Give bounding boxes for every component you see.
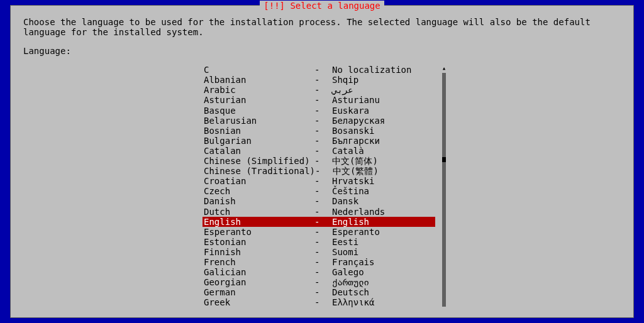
dash-separator: - (314, 156, 332, 166)
language-name: Albanian (203, 75, 314, 85)
language-name: Dutch (203, 207, 314, 217)
dialog-content: Choose the language to be used for the i… (11, 6, 633, 308)
language-name: German (203, 287, 314, 297)
language-row[interactable]: Greek-Ελληνικά (203, 297, 435, 307)
language-row[interactable]: German-Deutsch (203, 287, 435, 297)
language-native: Català (332, 146, 435, 156)
dash-separator: - (314, 217, 332, 227)
dash-separator: - (314, 75, 332, 85)
language-name: Chinese (Traditional) (203, 166, 315, 176)
instruction-text: Choose the language to be used for the i… (23, 17, 621, 37)
dash-separator: - (314, 116, 332, 126)
language-native: Français (332, 257, 435, 267)
language-name: Bulgarian (203, 136, 314, 146)
language-name: French (203, 257, 314, 267)
dash-separator: - (314, 277, 332, 287)
language-name: Belarusian (203, 116, 314, 126)
language-native: Nederlands (332, 207, 435, 217)
language-name: Estonian (203, 237, 314, 247)
dash-separator: - (315, 166, 333, 176)
language-list-area: C-No localizationAlbanian-ShqipArabic-عر… (23, 65, 621, 307)
language-list[interactable]: C-No localizationAlbanian-ShqipArabic-عر… (203, 65, 435, 307)
dash-separator: - (314, 227, 332, 237)
scroll-thumb[interactable] (442, 157, 446, 162)
language-native: Deutsch (332, 287, 435, 297)
language-row[interactable]: C-No localization (203, 65, 435, 75)
language-row[interactable]: Georgian-ქართული (203, 277, 435, 287)
language-row[interactable]: Bosnian-Bosanski (203, 126, 435, 136)
language-name: Basque (203, 106, 314, 116)
language-name: Galician (203, 267, 314, 277)
language-row[interactable]: Galician-Galego (203, 267, 435, 277)
language-native: 中文(简体) (332, 156, 435, 166)
language-native: Shqip (332, 75, 435, 85)
language-row[interactable]: Bulgarian-Български (203, 136, 435, 146)
language-native: Български (332, 136, 435, 146)
language-dialog: [!!] Select a language Choose the langua… (10, 5, 634, 318)
language-native: English (332, 217, 435, 227)
language-native: Eesti (332, 237, 435, 247)
language-row[interactable]: Finnish-Suomi (203, 247, 435, 257)
language-native: Bosanski (332, 126, 435, 136)
language-native: Ελληνικά (332, 297, 435, 307)
language-row[interactable]: Estonian-Eesti (203, 237, 435, 247)
language-native: Suomi (332, 247, 435, 257)
language-native: Dansk (332, 196, 435, 206)
language-row[interactable]: Albanian-Shqip (203, 75, 435, 85)
language-native: Hrvatski (332, 176, 435, 186)
dash-separator: - (314, 106, 332, 116)
dash-separator: - (314, 176, 332, 186)
scrollbar[interactable]: ▴ (441, 65, 447, 307)
language-native: 中文(繁體) (333, 166, 435, 176)
language-row[interactable]: Esperanto-Esperanto (203, 227, 435, 237)
dash-separator: - (314, 186, 332, 196)
language-row[interactable]: Belarusian-Беларуская (203, 116, 435, 126)
dialog-title: [!!] Select a language (260, 1, 384, 11)
language-row[interactable]: Danish-Dansk (203, 196, 435, 206)
language-row[interactable]: Asturian-Asturianu (203, 95, 435, 105)
language-name: Chinese (Simplified) (203, 156, 314, 166)
language-name: C (203, 65, 314, 75)
language-name: Greek (203, 297, 314, 307)
dash-separator: - (314, 65, 332, 75)
scroll-track[interactable] (442, 73, 446, 306)
language-name: Czech (203, 186, 314, 196)
language-row[interactable]: Croatian-Hrvatski (203, 176, 435, 186)
language-native: Esperanto (332, 227, 435, 237)
dash-separator: - (314, 257, 332, 267)
language-row[interactable]: Chinese (Simplified)-中文(简体) (203, 156, 435, 166)
dash-separator: - (314, 207, 332, 217)
dash-separator: - (314, 267, 332, 277)
language-name: Georgian (203, 277, 314, 287)
language-row[interactable]: Dutch-Nederlands (203, 207, 435, 217)
language-native: Asturianu (332, 95, 435, 105)
language-native: Euskara (332, 106, 435, 116)
language-native: ქართული (332, 277, 435, 287)
language-native: Беларуская (332, 116, 435, 126)
scroll-up-arrow-icon[interactable]: ▴ (442, 65, 447, 72)
dash-separator: - (314, 287, 332, 297)
language-name: Esperanto (203, 227, 314, 237)
language-name: Arabic (203, 85, 314, 95)
dash-separator: - (314, 136, 332, 146)
dash-separator: - (314, 237, 332, 247)
language-row[interactable]: Basque-Euskara (203, 106, 435, 116)
language-name: Bosnian (203, 126, 314, 136)
language-row[interactable]: Arabic-عربي (203, 85, 435, 95)
dash-separator: - (314, 146, 332, 156)
language-name: Croatian (203, 176, 314, 186)
language-name: Catalan (203, 146, 314, 156)
language-native: Galego (332, 267, 435, 277)
dash-separator: - (314, 85, 332, 95)
language-name: Danish (203, 196, 314, 206)
language-row[interactable]: Czech-Čeština (203, 186, 435, 196)
dash-separator: - (314, 126, 332, 136)
language-row[interactable]: French-Français (203, 257, 435, 267)
language-native: عربي (332, 85, 435, 95)
dialog-title-row: [!!] Select a language (11, 1, 633, 11)
language-row[interactable]: Catalan-Català (203, 146, 435, 156)
dash-separator: - (314, 247, 332, 257)
language-row[interactable]: English-English (203, 217, 435, 227)
language-row[interactable]: Chinese (Traditional)-中文(繁體) (203, 166, 435, 176)
language-name: English (203, 217, 314, 227)
